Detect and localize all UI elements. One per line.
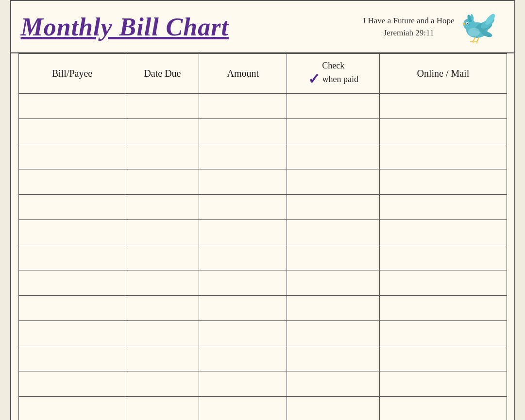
table-cell: [199, 195, 287, 220]
table-cell: [18, 94, 126, 119]
table-cell: [18, 195, 126, 220]
table-cell: [380, 144, 507, 169]
table-cell: [380, 270, 507, 296]
col-header-check: Check ✓ when paid: [287, 54, 380, 94]
col-header-online: Online / Mail: [380, 54, 507, 94]
table-cell: [380, 94, 507, 119]
table-cell: [380, 346, 507, 371]
page-title: Monthly Bill Chart: [21, 13, 229, 41]
table-cell: [287, 144, 380, 169]
table-cell: [199, 144, 287, 169]
table-cell: [380, 169, 507, 195]
col-header-date: Date Due: [126, 54, 199, 94]
table-cell: [287, 94, 380, 119]
table-cell: [287, 371, 380, 397]
table-cell: [18, 220, 126, 245]
table-cell: [126, 270, 199, 296]
table-cell: [126, 397, 199, 420]
svg-line-10: [477, 37, 479, 42]
table-cell: [18, 296, 126, 321]
table-row: [18, 94, 507, 119]
table-cell: [380, 220, 507, 245]
page: Monthly Bill Chart I Have a Future and a…: [10, 0, 515, 420]
table-cell: [126, 195, 199, 220]
table-cell: [199, 220, 287, 245]
bill-table: Bill/Payee Date Due Amount Check ✓ w: [18, 53, 507, 420]
table-cell: [126, 220, 199, 245]
col-header-amount: Amount: [199, 54, 287, 94]
table-row: [18, 245, 507, 270]
table-row: [18, 371, 507, 397]
scripture-text: I Have a Future and a Hope Jeremiah 29:1…: [363, 15, 455, 39]
table-row: [18, 220, 507, 245]
table-row: [18, 270, 507, 296]
table-cell: [126, 245, 199, 270]
table-cell: [199, 296, 287, 321]
table-cell: [287, 346, 380, 371]
table-cell: [380, 397, 507, 420]
table-cell: [18, 169, 126, 195]
table-cell: [287, 397, 380, 420]
table-cell: [126, 321, 199, 346]
check-word: Check: [322, 61, 344, 71]
svg-point-3: [466, 23, 468, 24]
table-cell: [287, 195, 380, 220]
table-row: [18, 346, 507, 371]
table-cell: [287, 270, 380, 296]
table-cell: [199, 346, 287, 371]
table-cell: [199, 169, 287, 195]
table-row: [18, 195, 507, 220]
table-cell: [126, 144, 199, 169]
table-row: [18, 321, 507, 346]
table-cell: [380, 119, 507, 144]
table-cell: [287, 169, 380, 195]
table-cell: [18, 371, 126, 397]
table-cell: [126, 94, 199, 119]
table-cell: [380, 321, 507, 346]
table-cell: [287, 220, 380, 245]
table-cell: [199, 245, 287, 270]
check-symbol: ✓: [308, 72, 320, 86]
table-cell: [199, 94, 287, 119]
table-cell: [126, 346, 199, 371]
table-cell: [18, 346, 126, 371]
table-cell: [18, 397, 126, 420]
table-row: [18, 397, 507, 420]
table-header-row: Bill/Payee Date Due Amount Check ✓ w: [18, 54, 507, 94]
table-cell: [18, 144, 126, 169]
table-cell: [18, 119, 126, 144]
header: Monthly Bill Chart I Have a Future and a…: [11, 1, 514, 49]
table-cell: [380, 245, 507, 270]
table-cell: [287, 119, 380, 144]
table-cell: [126, 169, 199, 195]
table-cell: [287, 296, 380, 321]
table-cell: [287, 245, 380, 270]
table-container: Bill/Payee Date Due Amount Check ✓ w: [11, 53, 514, 420]
table-cell: [199, 321, 287, 346]
table-cell: [199, 270, 287, 296]
table-cell: [18, 270, 126, 296]
table-cell: [126, 119, 199, 144]
scripture-line2: Jeremiah 29:11: [363, 27, 455, 39]
table-cell: [199, 119, 287, 144]
table-cell: [380, 371, 507, 397]
scripture-line1: I Have a Future and a Hope: [363, 15, 455, 27]
check-label: when paid: [322, 74, 358, 84]
svg-point-15: [468, 28, 480, 36]
table-row: [18, 144, 507, 169]
table-cell: [18, 245, 126, 270]
table-cell: [126, 371, 199, 397]
table-cell: [199, 371, 287, 397]
table-cell: [199, 397, 287, 420]
table-body: [18, 94, 507, 420]
table-cell: [126, 296, 199, 321]
table-cell: [18, 321, 126, 346]
table-cell: [287, 321, 380, 346]
header-right: I Have a Future and a Hope Jeremiah 29:1…: [363, 10, 500, 44]
table-row: [18, 296, 507, 321]
table-cell: [380, 195, 507, 220]
table-row: [18, 119, 507, 144]
table-row: [18, 169, 507, 195]
table-cell: [380, 296, 507, 321]
bird-icon: [458, 10, 500, 44]
